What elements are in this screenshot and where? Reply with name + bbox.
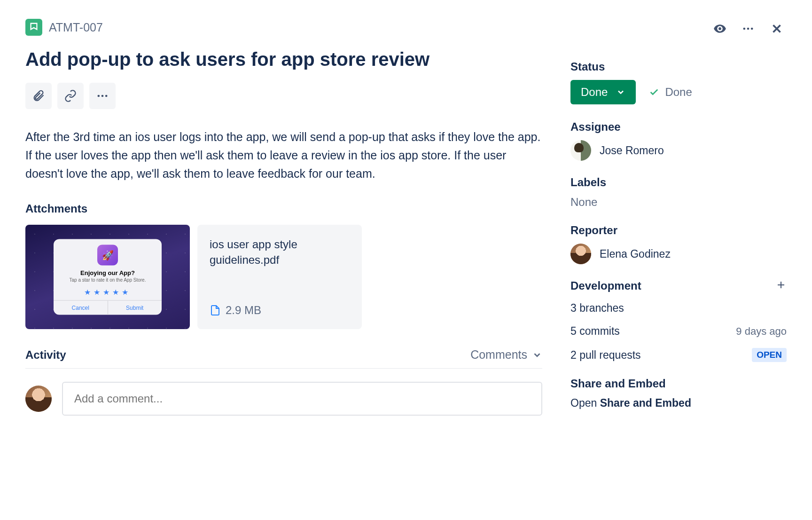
dev-commits-ago: 9 days ago — [736, 325, 787, 338]
avatar — [570, 140, 591, 161]
attachment-image[interactable]: 🚀 Enjoying our App? Tap a star to rate i… — [25, 225, 190, 329]
link-button[interactable] — [57, 83, 84, 109]
open-badge: OPEN — [752, 348, 787, 362]
activity-heading: Activity — [25, 348, 66, 362]
popup-cancel: Cancel — [54, 301, 108, 315]
attachment-filename: ios user app style guidelines.pdf — [210, 237, 350, 268]
sidebar: Status Done Done Assignee Jose Romero La… — [570, 19, 787, 501]
svg-point-4 — [102, 95, 104, 97]
attach-button[interactable] — [25, 83, 52, 109]
issue-modal: ATMT-007 Add pop-up to ask users for app… — [0, 0, 812, 520]
assignee-field[interactable]: Assignee Jose Romero — [570, 120, 787, 161]
assignee-label: Assignee — [570, 120, 787, 134]
popup-subtitle: Tap a star to rate it on the App Store. — [54, 276, 162, 286]
status-field: Status Done Done — [570, 60, 787, 104]
chevron-down-icon — [532, 350, 542, 360]
svg-point-5 — [105, 95, 108, 97]
reporter-field[interactable]: Reporter Elena Godinez — [570, 224, 787, 264]
svg-point-3 — [98, 95, 100, 97]
svg-point-0 — [743, 28, 746, 30]
breadcrumb[interactable]: ATMT-007 — [25, 19, 103, 36]
more-actions-button[interactable] — [89, 83, 116, 109]
activity-filter[interactable]: Comments — [470, 348, 542, 362]
status-value: Done — [581, 86, 608, 99]
reporter-label: Reporter — [570, 224, 787, 237]
file-icon — [210, 305, 221, 316]
avatar — [25, 386, 52, 412]
check-icon — [649, 87, 659, 97]
dev-commits[interactable]: 5 commits 9 days ago — [570, 325, 787, 338]
labels-value: None — [570, 196, 787, 209]
toolbar — [25, 83, 542, 109]
breadcrumb-row: ATMT-007 — [25, 19, 542, 36]
status-label: Status — [570, 60, 787, 73]
attachment-file[interactable]: ios user app style guidelines.pdf 2.9 MB — [197, 225, 362, 329]
development-label: Development — [570, 279, 641, 292]
more-icon[interactable] — [742, 22, 755, 37]
plus-icon[interactable] — [775, 279, 787, 292]
chevron-down-icon — [616, 87, 625, 97]
issue-key[interactable]: ATMT-007 — [49, 21, 103, 34]
project-icon — [25, 19, 42, 36]
popup-mockup: 🚀 Enjoying our App? Tap a star to rate i… — [54, 239, 162, 315]
dev-branches[interactable]: 3 branches — [570, 302, 787, 315]
main-column: ATMT-007 Add pop-up to ask users for app… — [25, 19, 542, 501]
popup-title: Enjoying our App? — [54, 269, 162, 276]
share-field: Share and Embed Open Share and Embed — [570, 377, 787, 410]
dev-pull-requests[interactable]: 2 pull requests OPEN — [570, 348, 787, 362]
svg-point-2 — [751, 28, 753, 30]
activity-filter-label: Comments — [470, 348, 527, 362]
close-icon[interactable] — [770, 22, 784, 38]
attachments-list: 🚀 Enjoying our App? Tap a star to rate i… — [25, 225, 542, 329]
status-dropdown[interactable]: Done — [570, 80, 636, 104]
issue-title[interactable]: Add pop-up to ask users for app store re… — [25, 48, 542, 71]
activity-header: Activity Comments — [25, 348, 542, 369]
comment-composer — [25, 382, 542, 416]
top-actions — [713, 22, 784, 38]
reporter-name: Elena Godinez — [600, 248, 671, 260]
issue-description[interactable]: After the 3rd time an ios user logs into… — [25, 128, 542, 182]
attachment-meta: 2.9 MB — [210, 304, 350, 317]
star-row: ★★★★★ — [54, 286, 162, 300]
share-label: Share and Embed — [570, 377, 787, 390]
assignee-name: Jose Romero — [600, 144, 664, 157]
labels-label: Labels — [570, 176, 787, 189]
rocket-icon: 🚀 — [97, 245, 118, 266]
svg-point-1 — [747, 28, 750, 30]
comment-input[interactable] — [62, 382, 542, 416]
attachment-size: 2.9 MB — [226, 304, 261, 317]
done-text: Done — [665, 86, 692, 99]
share-link[interactable]: Open Share and Embed — [570, 397, 787, 410]
watch-icon[interactable] — [713, 22, 726, 37]
attachments-heading: Attchments — [25, 202, 542, 215]
popup-submit: Submit — [108, 301, 162, 315]
labels-field[interactable]: Labels None — [570, 176, 787, 209]
done-indicator: Done — [649, 86, 692, 99]
avatar — [570, 244, 591, 264]
development-field: Development 3 branches 5 commits 9 days … — [570, 279, 787, 362]
